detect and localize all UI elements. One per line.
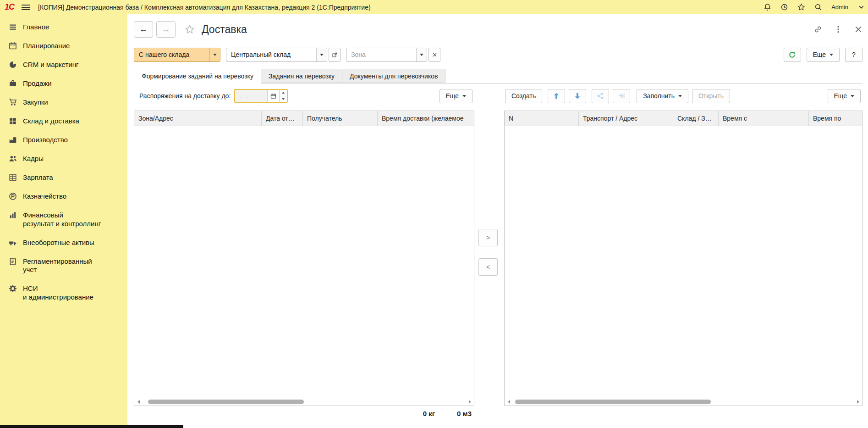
- chevron-down-icon[interactable]: [416, 48, 427, 61]
- totals-row: 0 кг 0 м3: [134, 410, 474, 417]
- scroll-left-icon[interactable]: [135, 400, 142, 404]
- calendar-picker-icon[interactable]: [267, 90, 279, 102]
- sidebar-item-glavnoe[interactable]: Главное: [0, 18, 127, 37]
- bar-chart-icon: [8, 211, 17, 220]
- move-left-button[interactable]: <: [478, 258, 498, 276]
- sidebar-item-label: Кадры: [23, 155, 44, 163]
- column-header[interactable]: Дата от…: [262, 111, 303, 126]
- warehouse-select[interactable]: Центральный склад: [226, 48, 327, 62]
- sidebar-item-label: Казначейство: [23, 192, 66, 201]
- date-stepper: [279, 90, 287, 102]
- tab-dokumenty-perevozchikov[interactable]: Документы для перевозчиков: [342, 69, 445, 83]
- fill-button[interactable]: Заполнить: [637, 89, 688, 103]
- sidebar-item-prodazhi[interactable]: Продажи: [0, 74, 127, 93]
- sidebar-item-reglament[interactable]: Регламентированный учет: [0, 252, 127, 280]
- ledger-icon: [8, 257, 17, 266]
- user-chevron-down-icon[interactable]: [857, 3, 865, 11]
- column-header[interactable]: Транспорт / Адрес: [579, 111, 673, 126]
- column-header[interactable]: Время с: [719, 111, 809, 126]
- kebab-menu-icon[interactable]: [834, 25, 842, 33]
- scroll-track[interactable]: [142, 400, 467, 404]
- pie-chart-icon: [8, 60, 17, 69]
- tasks-table-header: N Транспорт / Адрес Склад / З… Время с В…: [505, 111, 862, 126]
- arrow-up-icon[interactable]: [548, 89, 565, 103]
- scroll-right-icon[interactable]: [855, 400, 861, 404]
- open-warehouse-button[interactable]: [329, 48, 341, 62]
- sidebar-item-proizvodstvo[interactable]: Производство: [0, 131, 127, 150]
- back-button[interactable]: ←: [134, 21, 153, 38]
- help-button[interactable]: ?: [845, 48, 863, 62]
- sidebar-item-vneoborotnye[interactable]: Внеоборотные активы: [0, 233, 127, 252]
- open-button[interactable]: Открыть: [692, 89, 730, 103]
- grid-icon: [8, 117, 17, 126]
- date-step-up[interactable]: [280, 90, 287, 96]
- tasks-table: N Транспорт / Адрес Склад / З… Время с В…: [504, 111, 863, 406]
- warehouse-value: Центральный склад: [226, 48, 316, 61]
- scroll-right-icon[interactable]: [467, 400, 473, 404]
- factory-icon: [8, 135, 17, 145]
- arrow-down-icon[interactable]: [569, 89, 586, 103]
- history-icon[interactable]: [780, 3, 788, 11]
- briefcase-icon: [8, 79, 17, 88]
- chevron-down-icon[interactable]: [316, 48, 327, 61]
- tasks-more-button[interactable]: Еще: [828, 89, 861, 103]
- sidebar-item-nsi[interactable]: НСИ и администрирование: [0, 279, 127, 307]
- ungroup-icon[interactable]: [592, 89, 609, 103]
- column-header[interactable]: Зона/Адрес: [134, 111, 262, 126]
- close-icon[interactable]: [854, 25, 863, 33]
- date-input[interactable]: . .: [235, 90, 267, 102]
- sidebar-item-finrezultat[interactable]: Финансовый результат и контроллинг: [0, 206, 127, 233]
- column-header[interactable]: Время доставки (желаемое: [378, 111, 474, 126]
- tab-zadaniya-na-perevozku[interactable]: Задания на перевозку: [261, 69, 342, 83]
- more-button-top[interactable]: Еще: [807, 48, 840, 62]
- sidebar-item-zarplata[interactable]: Зарплата: [0, 168, 127, 187]
- favorites-star-icon[interactable]: [797, 3, 805, 11]
- date-step-down[interactable]: [280, 96, 287, 102]
- column-header[interactable]: Время по: [809, 111, 862, 126]
- forward-button[interactable]: →: [156, 21, 176, 38]
- refresh-button[interactable]: [784, 48, 801, 62]
- move-to-end-icon[interactable]: [613, 89, 630, 103]
- sidebar-item-label: Внеоборотные активы: [23, 239, 94, 247]
- date-filter: . .: [234, 89, 288, 103]
- column-header[interactable]: N: [505, 111, 579, 126]
- move-right-button[interactable]: >: [478, 229, 498, 246]
- sidebar-item-planirovanie[interactable]: Планирование: [0, 37, 127, 56]
- zone-input[interactable]: Зона: [346, 48, 427, 62]
- orders-filter-label: Распоряжения на доставку до:: [139, 92, 231, 100]
- add-favorite-star-icon[interactable]: [185, 24, 195, 34]
- sidebar-item-kadry[interactable]: Кадры: [0, 150, 127, 168]
- main-menu-icon[interactable]: [22, 4, 30, 11]
- help-label: ?: [852, 51, 856, 58]
- scroll-thumb[interactable]: [515, 400, 710, 404]
- table-icon: [8, 173, 17, 182]
- notifications-bell-icon[interactable]: [764, 3, 771, 11]
- column-header[interactable]: Склад / З…: [673, 111, 719, 126]
- orders-more-button[interactable]: Еще: [439, 89, 473, 103]
- sidebar-item-label: Финансовый результат и контроллинг: [23, 211, 101, 228]
- sidebar-item-label: Зарплата: [23, 173, 53, 182]
- gear-icon: [8, 284, 17, 293]
- sidebar-item-label: НСИ и администрирование: [23, 284, 93, 302]
- get-link-icon[interactable]: [814, 25, 822, 33]
- sidebar-item-label: Закупки: [23, 98, 48, 107]
- user-name[interactable]: Admin: [831, 4, 848, 11]
- coin-icon: [8, 192, 17, 201]
- total-volume: 0 м3: [457, 410, 472, 417]
- sidebar-item-zakupki[interactable]: Закупки: [0, 93, 127, 112]
- sidebar-item-crm[interactable]: CRM и маркетинг: [0, 56, 127, 74]
- sidebar-item-label: Регламентированный учет: [23, 257, 92, 275]
- tab-formirovanie-zadaniy[interactable]: Формирование заданий на перевозку: [134, 69, 261, 83]
- taskbar-edge: [0, 425, 183, 428]
- search-icon[interactable]: [814, 3, 822, 11]
- sidebar-item-sklad[interactable]: Склад и доставка: [0, 112, 127, 131]
- shipment-type-select[interactable]: С нашего склада: [134, 48, 220, 62]
- sidebar-item-kaznacheystvo[interactable]: Казначейство: [0, 187, 127, 206]
- column-header[interactable]: Получатель: [303, 111, 378, 126]
- scroll-thumb[interactable]: [148, 400, 304, 404]
- scroll-left-icon[interactable]: [505, 400, 512, 404]
- clear-zone-button[interactable]: [429, 48, 440, 62]
- scroll-track[interactable]: [512, 400, 855, 404]
- chevron-down-icon[interactable]: [209, 48, 220, 61]
- create-button[interactable]: Создать: [505, 89, 542, 103]
